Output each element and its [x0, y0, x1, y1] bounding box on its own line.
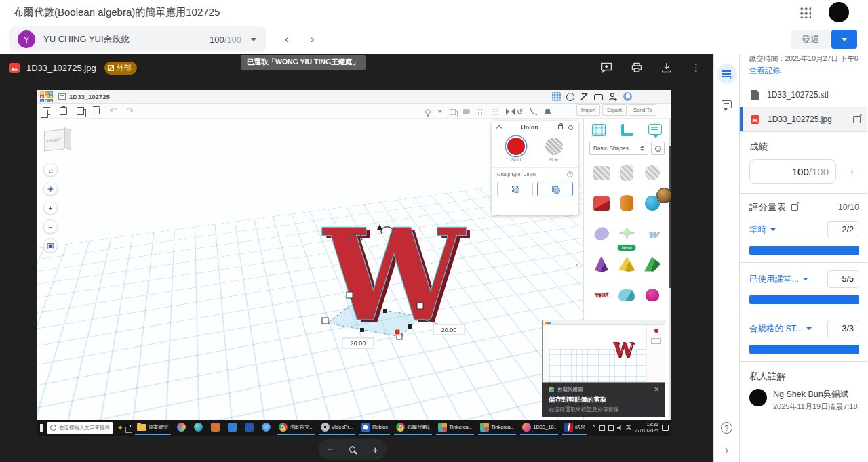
- taskbar-icon-store[interactable]: [209, 421, 222, 435]
- shape-cone[interactable]: [589, 253, 614, 275]
- dashboard-grid-icon[interactable]: [552, 92, 561, 101]
- chevron-down-icon[interactable]: [806, 327, 812, 330]
- taskbar-search[interactable]: 在這裡輸入文字來搜尋: [47, 422, 113, 434]
- taskbar-item-videoproc[interactable]: VideoPr...: [319, 421, 355, 435]
- task-view-icon[interactable]: [127, 425, 130, 432]
- rotate-icon[interactable]: ↺: [517, 108, 523, 116]
- export-button[interactable]: Export: [602, 104, 627, 116]
- next-student-button[interactable]: ›: [305, 30, 320, 49]
- hole-button[interactable]: [545, 138, 563, 155]
- grade-input[interactable]: 100/100: [749, 159, 836, 184]
- profile-avatar-icon[interactable]: [623, 92, 632, 101]
- add-person-icon[interactable]: [608, 92, 618, 101]
- shape-paraboloid[interactable]: [640, 284, 665, 306]
- fit-view-button[interactable]: ◈: [43, 182, 58, 196]
- workplane-tool-icon[interactable]: [592, 124, 606, 136]
- taskbar-item-image[interactable]: 1D33_10...: [520, 421, 558, 435]
- taskbar-item-roblox[interactable]: Roblox: [359, 421, 390, 435]
- snip-preview[interactable]: W: [542, 320, 665, 383]
- gingerbread-icon[interactable]: [566, 93, 574, 101]
- tray-expand-icon[interactable]: ⌃: [591, 425, 596, 431]
- taskbar-item-tinkercad1[interactable]: Tinkerca...: [436, 421, 474, 435]
- tray-icon[interactable]: [608, 425, 614, 431]
- delete-icon[interactable]: [94, 108, 100, 114]
- student-selector[interactable]: Y YU CHING YUI余政銳 100/100: [9, 26, 266, 52]
- notes-tool-icon[interactable]: [648, 124, 662, 135]
- view-history-link[interactable]: 查看記錄: [749, 66, 781, 76]
- download-icon[interactable]: [661, 62, 672, 73]
- shape-search-button[interactable]: [651, 142, 665, 155]
- open-in-new-icon[interactable]: [791, 204, 798, 211]
- file-row-stl[interactable]: 1D33_102725.stl: [740, 83, 867, 107]
- criterion-name[interactable]: 已使用課堂...: [749, 274, 799, 285]
- print-icon[interactable]: [631, 62, 642, 73]
- shape-cylinder-hole[interactable]: [615, 162, 639, 184]
- shape-scribble[interactable]: [589, 223, 614, 245]
- zoom-out-button[interactable]: −: [43, 219, 58, 234]
- taskbar-icon-app[interactable]: [243, 421, 256, 435]
- collapse-panel-icon[interactable]: [496, 125, 502, 131]
- criterion-name[interactable]: 準時: [749, 224, 766, 236]
- zoom-out-icon[interactable]: −: [327, 444, 333, 455]
- taskbar-clock[interactable]: 18:31 27/10/2025: [635, 422, 658, 434]
- shape-cylinder[interactable]: [615, 192, 639, 214]
- view-cube[interactable]: FRONT: [43, 127, 73, 154]
- criterion-score-input[interactable]: 2/2: [827, 221, 859, 238]
- group-mode-button[interactable]: [497, 182, 533, 196]
- shape-pyramid[interactable]: [615, 253, 639, 275]
- lock-icon[interactable]: [558, 125, 563, 129]
- file-row-jpg[interactable]: 1D33_102725.jpg: [740, 107, 867, 131]
- copilot-spark-icon[interactable]: ✦: [117, 425, 123, 432]
- chevron-down-icon[interactable]: [803, 278, 808, 280]
- chevron-down-icon[interactable]: [770, 228, 776, 231]
- weight-icon[interactable]: [545, 109, 551, 114]
- align-icon[interactable]: [477, 108, 484, 115]
- tilt-icon[interactable]: [530, 108, 537, 115]
- start-button-icon[interactable]: [40, 424, 43, 432]
- ungroup-icon[interactable]: [463, 109, 470, 114]
- home-view-button[interactable]: ⌂: [43, 163, 58, 177]
- paste-icon[interactable]: [60, 107, 67, 115]
- criterion-score-input[interactable]: 3/3: [827, 320, 859, 337]
- union-mode-button[interactable]: [537, 182, 573, 196]
- grade-more-icon[interactable]: ⋮: [845, 167, 859, 177]
- taskbar-item-explorer[interactable]: 檔案總管: [135, 421, 171, 435]
- shape-box[interactable]: [589, 192, 614, 214]
- hide-icon[interactable]: [568, 125, 573, 130]
- taskbar-item-nba[interactable]: 結果: [562, 421, 587, 435]
- show-all-icon[interactable]: [425, 109, 431, 114]
- shape-squiggle[interactable]: w: [640, 223, 665, 245]
- return-dropdown-button[interactable]: [831, 30, 857, 49]
- shape-wedge[interactable]: [640, 253, 665, 275]
- distribute-icon[interactable]: [492, 109, 498, 115]
- tray-icon[interactable]: [599, 425, 605, 431]
- view-cube-side[interactable]: [64, 127, 71, 150]
- comments-tab-icon[interactable]: [722, 100, 732, 108]
- zoom-in-icon[interactable]: +: [372, 444, 378, 455]
- shape-half-sphere[interactable]: [615, 284, 639, 306]
- zoom-in-button[interactable]: +: [43, 201, 58, 215]
- prev-student-button[interactable]: ‹: [279, 30, 294, 49]
- redo-icon[interactable]: ↷: [126, 106, 134, 116]
- add-comment-icon[interactable]: [601, 62, 612, 73]
- ime-indicator[interactable]: 英: [626, 424, 631, 432]
- shape-category-dropdown[interactable]: Basic Shapes: [589, 142, 648, 155]
- flip-icon[interactable]: [506, 108, 509, 115]
- duplicate-icon[interactable]: [77, 107, 84, 115]
- more-options-icon[interactable]: ⋮: [691, 62, 701, 74]
- open-in-new-icon[interactable]: [853, 116, 861, 123]
- solid-color-button[interactable]: [507, 138, 525, 155]
- panel-collapse-icon[interactable]: ›: [575, 259, 578, 270]
- chevron-right-icon[interactable]: ›: [725, 444, 728, 455]
- view-cube-front[interactable]: FRONT: [44, 129, 64, 151]
- copy-icon[interactable]: [43, 107, 50, 115]
- close-icon[interactable]: ✕: [654, 386, 659, 393]
- ruler-tool-icon[interactable]: [621, 124, 633, 136]
- taskbar-icon-edge[interactable]: [192, 421, 205, 435]
- shape-box-hole[interactable]: [589, 162, 614, 184]
- perspective-button[interactable]: ▣: [43, 238, 58, 253]
- shape-text[interactable]: TEXT: [589, 284, 614, 306]
- grading-tab-icon[interactable]: ✓: [717, 64, 737, 84]
- zoom-icon[interactable]: [349, 446, 355, 453]
- taskbar-item-tinkercad2[interactable]: Tinkerca...: [478, 421, 516, 435]
